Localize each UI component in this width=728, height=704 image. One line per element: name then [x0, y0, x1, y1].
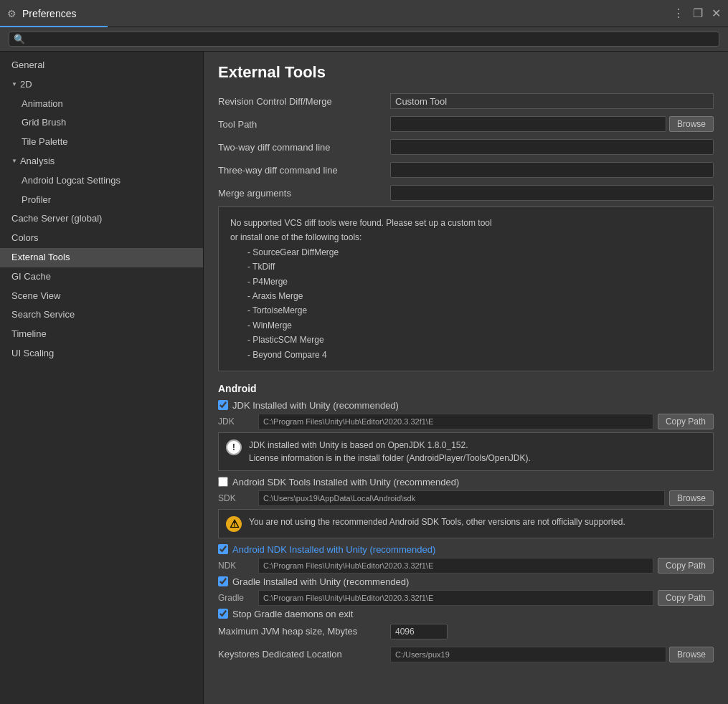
sidebar-item-grid-brush[interactable]: Grid Brush — [0, 113, 203, 133]
three-way-diff-input[interactable] — [390, 162, 714, 178]
merge-args-input[interactable] — [390, 185, 714, 201]
two-way-diff-input[interactable] — [390, 139, 714, 155]
sidebar-item-analysis[interactable]: ▼Analysis — [0, 152, 203, 171]
sidebar-item-cache-server[interactable]: Cache Server (global) — [0, 209, 203, 229]
stop-gradle-checkbox[interactable] — [218, 609, 228, 619]
three-way-diff-label: Three-way diff command line — [218, 165, 390, 176]
max-jvm-controls — [390, 624, 714, 639]
keystores-row: Keystores Dedicated Location C:/Users/pu… — [218, 645, 714, 664]
sidebar-item-animation[interactable]: Animation — [0, 95, 203, 114]
stop-gradle-label: Stop Gradle daemons on exit — [232, 609, 353, 619]
jdk-checkbox-label: JDK Installed with Unity (recommended) — [232, 400, 399, 411]
ndk-copy-path-button[interactable]: Copy Path — [658, 558, 714, 574]
no-vcs-info-box: No supported VCS diff tools were found. … — [218, 206, 714, 371]
no-vcs-line10: - Beyond Compare 4 — [247, 348, 701, 362]
three-way-diff-row: Three-way diff command line — [218, 161, 714, 179]
main-layout: General▼2DAnimationGrid BrushTile Palett… — [0, 52, 728, 704]
tool-path-input[interactable] — [390, 116, 666, 132]
tool-path-label: Tool Path — [218, 119, 390, 130]
no-vcs-line8: - WinMerge — [247, 318, 701, 333]
max-jvm-input[interactable] — [390, 624, 448, 639]
sidebar-item-ui-scaling[interactable]: UI Scaling — [0, 344, 203, 363]
tool-path-row: Tool Path Browse — [218, 115, 714, 133]
jdk-path-label: JDK — [218, 417, 254, 427]
sidebar-section-analysis: ▼Analysis — [11, 154, 192, 169]
tool-path-browse-button[interactable]: Browse — [669, 116, 714, 132]
info-icon: ! — [226, 439, 242, 455]
no-vcs-line5: - P4Merge — [247, 275, 701, 289]
gear-icon: ⚙ — [7, 8, 16, 19]
gradle-checkbox[interactable] — [218, 576, 228, 586]
search-bar: 🔍 — [0, 27, 728, 52]
gradle-path-label: Gradle — [218, 593, 254, 603]
jdk-checkbox[interactable] — [218, 400, 228, 410]
jdk-checkbox-row: JDK Installed with Unity (recommended) — [218, 400, 714, 411]
title-bar-controls: ⋮ ❐ ✕ — [673, 8, 721, 19]
keystores-label: Keystores Dedicated Location — [218, 649, 390, 660]
jdk-info-alert: ! JDK installed with Unity is based on O… — [218, 432, 714, 471]
tool-path-controls: Browse — [390, 116, 714, 132]
sidebar-item-search-service[interactable]: Search Service — [0, 305, 203, 325]
sdk-warning-text: You are not using the recommended Androi… — [249, 515, 625, 528]
sidebar: General▼2DAnimationGrid BrushTile Palett… — [0, 52, 204, 704]
more-button[interactable]: ⋮ — [673, 8, 684, 19]
sdk-checkbox[interactable] — [218, 477, 228, 487]
page-title: External Tools — [218, 63, 714, 82]
sidebar-item-external-tools[interactable]: External Tools — [0, 248, 203, 267]
jdk-copy-path-button[interactable]: Copy Path — [658, 414, 714, 429]
triangle-icon-2d: ▼ — [11, 80, 17, 90]
search-input[interactable] — [28, 34, 714, 44]
sidebar-item-2d[interactable]: ▼2D — [0, 75, 203, 95]
gradle-path-row: Gradle C:\Program Files\Unity\Hub\Editor… — [218, 590, 714, 606]
no-vcs-line2: or install one of the following tools: — [230, 230, 701, 244]
sidebar-item-profiler[interactable]: Profiler — [0, 191, 203, 210]
jdk-path-row: JDK C:\Program Files\Unity\Hub\Editor\20… — [218, 414, 714, 429]
no-vcs-line7: - TortoiseMerge — [247, 303, 701, 318]
jdk-info-line2: License information is in the install fo… — [249, 452, 531, 465]
revision-control-dropdown[interactable]: Custom Tool — [390, 93, 714, 109]
max-jvm-row: Maximum JVM heap size, Mbytes — [218, 622, 714, 641]
two-way-diff-label: Two-way diff command line — [218, 142, 390, 153]
ndk-path-label: NDK — [218, 561, 254, 571]
max-jvm-label: Maximum JVM heap size, Mbytes — [218, 626, 390, 637]
maximize-button[interactable]: ❐ — [693, 8, 703, 19]
sdk-path-label: SDK — [218, 493, 254, 503]
three-way-diff-controls — [390, 162, 714, 178]
keystores-browse-button[interactable]: Browse — [669, 647, 714, 662]
sidebar-item-label-2d: 2D — [20, 77, 32, 92]
gradle-path-value: C:\Program Files\Unity\Hub\Editor\2020.3… — [258, 590, 653, 606]
sidebar-item-scene-view[interactable]: Scene View — [0, 287, 203, 306]
no-vcs-line6: - Araxis Merge — [247, 289, 701, 303]
content-area: External Tools Revision Control Diff/Mer… — [204, 52, 728, 704]
gradle-copy-path-button[interactable]: Copy Path — [658, 590, 714, 606]
window-title: Preferences — [22, 8, 76, 19]
sidebar-item-timeline[interactable]: Timeline — [0, 325, 203, 344]
merge-args-label: Merge arguments — [218, 188, 390, 199]
merge-args-controls — [390, 185, 714, 201]
gradle-checkbox-label: Gradle Installed with Unity (recommended… — [232, 576, 409, 587]
ndk-checkbox-label: Android NDK Installed with Unity (recomm… — [232, 544, 435, 555]
sidebar-item-general[interactable]: General — [0, 56, 203, 75]
sidebar-item-gi-cache[interactable]: GI Cache — [0, 267, 203, 287]
sdk-warning-alert: ⚠ You are not using the recommended Andr… — [218, 509, 714, 538]
ndk-checkbox-row: Android NDK Installed with Unity (recomm… — [218, 544, 714, 555]
ndk-path-row: NDK C:\Program Files\Unity\Hub\Editor\20… — [218, 558, 714, 574]
no-vcs-line9: - PlasticSCM Merge — [247, 333, 701, 347]
title-bar-left: ⚙ Preferences — [7, 8, 76, 19]
sidebar-item-android-logcat[interactable]: Android Logcat Settings — [0, 171, 203, 191]
sdk-checkbox-row: Android SDK Tools Installed with Unity (… — [218, 477, 714, 487]
title-bar: ⚙ Preferences ⋮ ❐ ✕ — [0, 0, 728, 27]
triangle-icon-analysis: ▼ — [11, 157, 17, 166]
ndk-path-value: C:\Program Files\Unity\Hub\Editor\2020.3… — [258, 558, 653, 574]
sdk-browse-button[interactable]: Browse — [669, 490, 714, 506]
jdk-info-text: JDK installed with Unity is based on Ope… — [249, 439, 531, 465]
close-button[interactable]: ✕ — [712, 8, 721, 19]
search-icon: 🔍 — [14, 34, 25, 44]
no-vcs-line3: - SourceGear DiffMerge — [247, 245, 701, 260]
stop-gradle-row: Stop Gradle daemons on exit — [218, 609, 714, 619]
search-input-wrap: 🔍 — [9, 32, 719, 47]
sidebar-item-tile-palette[interactable]: Tile Palette — [0, 133, 203, 152]
sdk-checkbox-label: Android SDK Tools Installed with Unity (… — [232, 477, 459, 487]
sidebar-item-colors[interactable]: Colors — [0, 229, 203, 248]
ndk-checkbox[interactable] — [218, 544, 228, 554]
